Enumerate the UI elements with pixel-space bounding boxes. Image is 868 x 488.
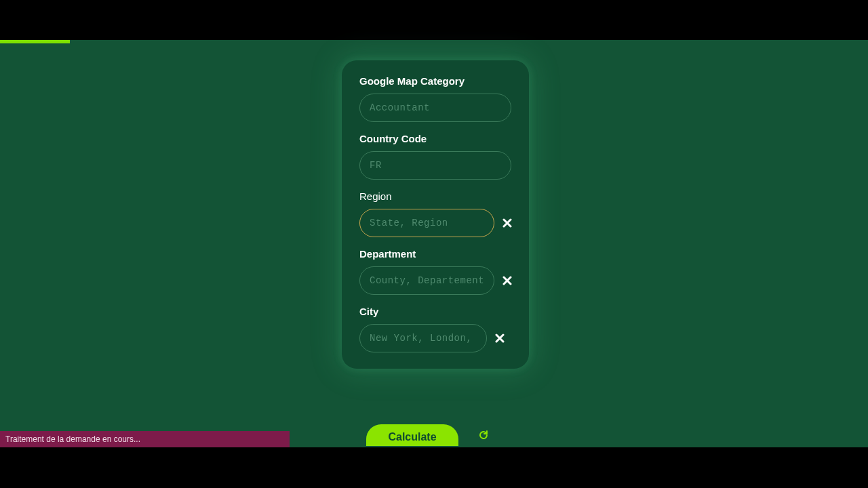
field-category: Google Map Category [359, 75, 511, 122]
status-bar: Traitement de la demande en cours... [0, 431, 290, 447]
close-icon [502, 218, 512, 228]
field-city: City [359, 306, 511, 352]
refresh-button[interactable] [477, 429, 490, 441]
label-city: City [359, 306, 511, 317]
search-form-card: Google Map Category Country Code Region … [342, 60, 529, 369]
country-input[interactable] [359, 151, 511, 180]
city-input[interactable] [359, 324, 487, 352]
field-department: Department [359, 248, 511, 295]
status-message: Traitement de la demande en cours... [5, 434, 140, 444]
calculate-button[interactable]: Calculate [366, 424, 458, 446]
calculate-row: Calculate [366, 424, 490, 446]
department-input[interactable] [359, 266, 494, 295]
region-clear-button[interactable] [501, 217, 513, 229]
close-icon [502, 276, 512, 285]
city-clear-button[interactable] [494, 332, 506, 344]
label-category: Google Map Category [359, 75, 511, 87]
city-row [359, 324, 511, 352]
category-input[interactable] [359, 94, 511, 122]
field-region: Region [359, 190, 511, 237]
label-region: Region [359, 190, 511, 202]
department-clear-button[interactable] [501, 274, 513, 287]
region-input[interactable] [359, 209, 494, 237]
region-row [359, 209, 511, 237]
department-row [359, 266, 511, 295]
label-country: Country Code [359, 133, 511, 144]
label-department: Department [359, 248, 511, 260]
field-country: Country Code [359, 133, 511, 180]
app-stage: Google Map Category Country Code Region … [0, 40, 868, 447]
loading-progress-bar [0, 40, 70, 43]
close-icon [495, 333, 505, 343]
refresh-icon [478, 430, 489, 441]
